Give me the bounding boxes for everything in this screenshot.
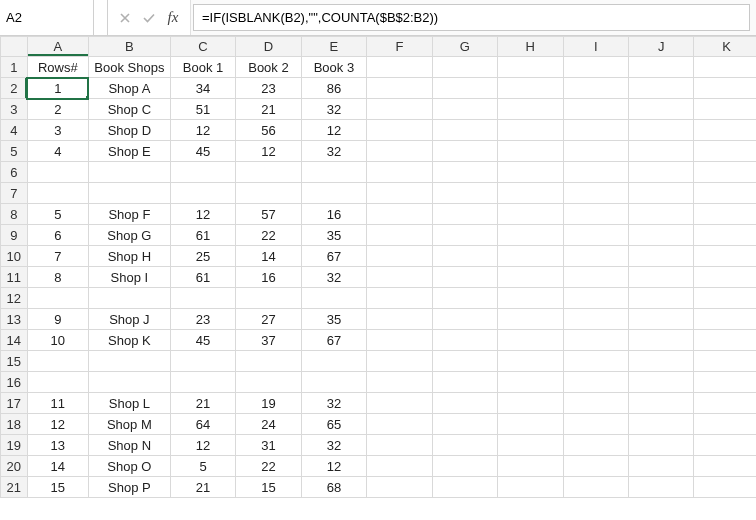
row-header[interactable]: 2 <box>1 78 28 99</box>
cell[interactable]: 25 <box>170 246 235 267</box>
row-header[interactable]: 10 <box>1 246 28 267</box>
cell[interactable] <box>367 330 432 351</box>
cell[interactable] <box>432 414 497 435</box>
cell[interactable] <box>498 372 563 393</box>
cell[interactable] <box>432 57 497 78</box>
row-header[interactable]: 14 <box>1 330 28 351</box>
cell[interactable] <box>432 267 497 288</box>
cell[interactable] <box>367 309 432 330</box>
cell[interactable] <box>563 267 628 288</box>
cell[interactable] <box>170 288 235 309</box>
cell[interactable] <box>694 309 756 330</box>
cell[interactable] <box>628 78 693 99</box>
cell[interactable] <box>563 141 628 162</box>
cell[interactable]: 4 <box>27 141 88 162</box>
row-header[interactable]: 6 <box>1 162 28 183</box>
cell[interactable] <box>170 183 235 204</box>
cell[interactable] <box>432 456 497 477</box>
column-header-H[interactable]: H <box>498 37 563 57</box>
cell[interactable] <box>367 162 432 183</box>
cell[interactable]: 2 <box>27 99 88 120</box>
cell[interactable] <box>694 225 756 246</box>
cell[interactable] <box>694 78 756 99</box>
cell[interactable]: 12 <box>301 120 366 141</box>
cell[interactable]: 67 <box>301 330 366 351</box>
cell[interactable] <box>432 99 497 120</box>
cell[interactable] <box>236 183 301 204</box>
cell[interactable] <box>563 288 628 309</box>
cell[interactable]: 56 <box>236 120 301 141</box>
row-header[interactable]: 12 <box>1 288 28 309</box>
cell[interactable]: Shop L <box>88 393 170 414</box>
cell[interactable] <box>694 99 756 120</box>
cell[interactable] <box>628 141 693 162</box>
cell[interactable]: Book Shops <box>88 57 170 78</box>
cell[interactable]: 5 <box>170 456 235 477</box>
cell[interactable] <box>236 351 301 372</box>
cell[interactable] <box>367 477 432 498</box>
cell[interactable] <box>563 435 628 456</box>
cell[interactable]: 12 <box>27 414 88 435</box>
cell[interactable] <box>498 204 563 225</box>
cell[interactable] <box>432 351 497 372</box>
cell[interactable] <box>498 57 563 78</box>
cell[interactable]: 14 <box>236 246 301 267</box>
cell[interactable]: Book 2 <box>236 57 301 78</box>
cell[interactable] <box>432 162 497 183</box>
cell[interactable] <box>694 330 756 351</box>
cell[interactable] <box>563 183 628 204</box>
cell[interactable]: 86 <box>301 78 366 99</box>
cell[interactable]: 32 <box>301 141 366 162</box>
cell[interactable] <box>563 351 628 372</box>
cell[interactable] <box>498 267 563 288</box>
cell[interactable] <box>432 246 497 267</box>
cell[interactable]: 23 <box>170 309 235 330</box>
cell[interactable]: 22 <box>236 456 301 477</box>
cell[interactable]: 16 <box>301 204 366 225</box>
cell[interactable] <box>694 162 756 183</box>
cell[interactable] <box>563 162 628 183</box>
cell[interactable] <box>498 330 563 351</box>
cell[interactable]: Shop I <box>88 267 170 288</box>
column-header-I[interactable]: I <box>563 37 628 57</box>
row-header[interactable]: 9 <box>1 225 28 246</box>
cell[interactable] <box>694 288 756 309</box>
cell[interactable] <box>628 246 693 267</box>
cell[interactable]: 37 <box>236 330 301 351</box>
cell[interactable] <box>498 309 563 330</box>
cell[interactable] <box>628 204 693 225</box>
cell[interactable] <box>88 372 170 393</box>
cell[interactable]: 64 <box>170 414 235 435</box>
enter-icon[interactable] <box>140 9 158 27</box>
cell[interactable] <box>694 204 756 225</box>
cell[interactable] <box>27 288 88 309</box>
cell[interactable] <box>367 414 432 435</box>
cell[interactable]: Shop H <box>88 246 170 267</box>
cell[interactable] <box>432 288 497 309</box>
cell[interactable]: 12 <box>170 120 235 141</box>
cell[interactable]: 31 <box>236 435 301 456</box>
cell[interactable] <box>498 351 563 372</box>
cell[interactable] <box>432 141 497 162</box>
cell[interactable]: Shop D <box>88 120 170 141</box>
cell[interactable]: 12 <box>236 141 301 162</box>
cell[interactable]: 12 <box>301 456 366 477</box>
cell[interactable] <box>367 246 432 267</box>
cell[interactable] <box>694 477 756 498</box>
cell[interactable]: Book 3 <box>301 57 366 78</box>
cell[interactable] <box>432 393 497 414</box>
cell[interactable] <box>301 162 366 183</box>
cell[interactable] <box>88 351 170 372</box>
cell[interactable]: Shop P <box>88 477 170 498</box>
cell[interactable]: 68 <box>301 477 366 498</box>
column-header-G[interactable]: G <box>432 37 497 57</box>
cell[interactable] <box>367 435 432 456</box>
row-header[interactable]: 8 <box>1 204 28 225</box>
cell[interactable]: 16 <box>236 267 301 288</box>
cell[interactable] <box>301 351 366 372</box>
cell[interactable] <box>498 183 563 204</box>
cell[interactable] <box>367 57 432 78</box>
fx-icon[interactable]: fx <box>164 9 182 27</box>
row-header[interactable]: 4 <box>1 120 28 141</box>
cell[interactable]: 11 <box>27 393 88 414</box>
